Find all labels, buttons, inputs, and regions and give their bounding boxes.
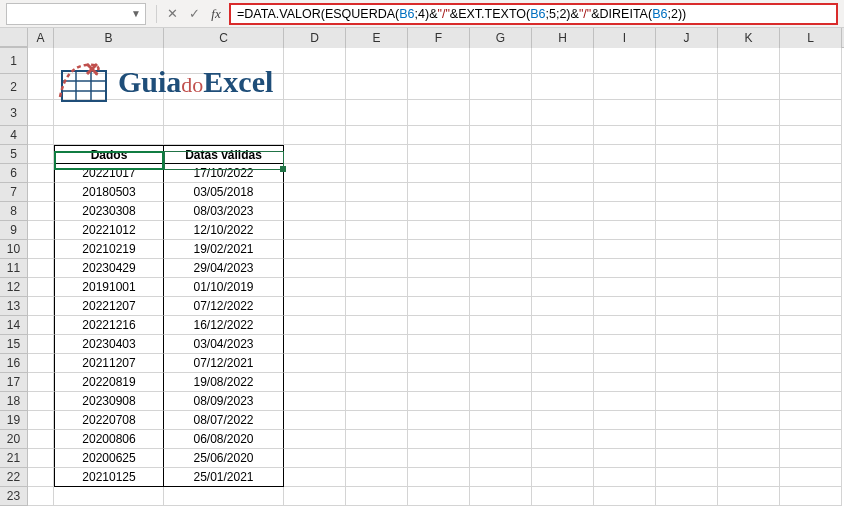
cell[interactable]: [284, 221, 346, 240]
cell[interactable]: [718, 202, 780, 221]
cell[interactable]: [780, 449, 842, 468]
cell[interactable]: [532, 183, 594, 202]
cell[interactable]: [28, 316, 54, 335]
cell[interactable]: [346, 373, 408, 392]
cell[interactable]: [594, 240, 656, 259]
cell[interactable]: [718, 221, 780, 240]
row-header[interactable]: 8: [0, 202, 28, 221]
cell[interactable]: [718, 430, 780, 449]
cell[interactable]: 01/10/2019: [164, 278, 284, 297]
cell[interactable]: 20200806: [54, 430, 164, 449]
cell[interactable]: [28, 74, 54, 100]
cell[interactable]: [718, 240, 780, 259]
cell[interactable]: 20230908: [54, 392, 164, 411]
cell[interactable]: [594, 354, 656, 373]
cell[interactable]: [780, 487, 842, 506]
cell[interactable]: [656, 259, 718, 278]
fx-button[interactable]: fx: [205, 3, 227, 25]
cell[interactable]: 20210125: [54, 468, 164, 487]
cell[interactable]: 06/08/2020: [164, 430, 284, 449]
cell[interactable]: [408, 126, 470, 145]
cell[interactable]: [532, 316, 594, 335]
cell[interactable]: [284, 487, 346, 506]
cell[interactable]: 17/10/2022: [164, 164, 284, 183]
row-header[interactable]: 21: [0, 449, 28, 468]
cell[interactable]: [656, 145, 718, 164]
cell[interactable]: [594, 297, 656, 316]
cell[interactable]: [284, 373, 346, 392]
cell[interactable]: [718, 278, 780, 297]
cell[interactable]: [780, 278, 842, 297]
cell[interactable]: [780, 202, 842, 221]
cell[interactable]: [408, 449, 470, 468]
cell[interactable]: [470, 48, 532, 74]
cell[interactable]: [346, 392, 408, 411]
cell[interactable]: 08/03/2023: [164, 202, 284, 221]
cell[interactable]: [284, 259, 346, 278]
cell[interactable]: [780, 100, 842, 126]
cell[interactable]: 20180503: [54, 183, 164, 202]
cell[interactable]: [718, 297, 780, 316]
cell[interactable]: [408, 468, 470, 487]
cell[interactable]: [594, 430, 656, 449]
cell[interactable]: [532, 164, 594, 183]
cell[interactable]: 20210219: [54, 240, 164, 259]
cell[interactable]: 20211207: [54, 354, 164, 373]
cell[interactable]: [718, 259, 780, 278]
cell[interactable]: 12/10/2022: [164, 221, 284, 240]
cell[interactable]: [718, 164, 780, 183]
row-header[interactable]: 17: [0, 373, 28, 392]
cell[interactable]: [28, 354, 54, 373]
cell[interactable]: [346, 126, 408, 145]
cell[interactable]: 19/08/2022: [164, 373, 284, 392]
cell[interactable]: [28, 100, 54, 126]
cell[interactable]: [780, 164, 842, 183]
column-header-I[interactable]: I: [594, 28, 656, 48]
cell[interactable]: [28, 164, 54, 183]
cell[interactable]: [408, 278, 470, 297]
cell[interactable]: [470, 183, 532, 202]
cell[interactable]: [718, 354, 780, 373]
cell[interactable]: [594, 411, 656, 430]
cell[interactable]: [780, 74, 842, 100]
cell[interactable]: [164, 487, 284, 506]
cell[interactable]: [470, 145, 532, 164]
cell[interactable]: [718, 392, 780, 411]
cell[interactable]: [718, 74, 780, 100]
cell[interactable]: Dados: [54, 145, 164, 164]
cell[interactable]: 20191001: [54, 278, 164, 297]
row-header[interactable]: 22: [0, 468, 28, 487]
cell[interactable]: [718, 411, 780, 430]
column-header-L[interactable]: L: [780, 28, 842, 48]
cell[interactable]: [780, 183, 842, 202]
cell[interactable]: [532, 126, 594, 145]
cell[interactable]: [28, 449, 54, 468]
select-all-corner[interactable]: [0, 28, 28, 47]
cell[interactable]: [346, 164, 408, 183]
cell[interactable]: [532, 240, 594, 259]
cell[interactable]: [346, 240, 408, 259]
row-header[interactable]: 2: [0, 74, 28, 100]
cell[interactable]: [284, 240, 346, 259]
cell[interactable]: 20230429: [54, 259, 164, 278]
cell[interactable]: [780, 221, 842, 240]
cell[interactable]: [532, 392, 594, 411]
cell[interactable]: [470, 202, 532, 221]
cell[interactable]: [780, 468, 842, 487]
cell[interactable]: [284, 126, 346, 145]
cell[interactable]: [408, 335, 470, 354]
cell[interactable]: [284, 411, 346, 430]
cell[interactable]: [532, 487, 594, 506]
cell[interactable]: [346, 354, 408, 373]
cell[interactable]: 08/09/2023: [164, 392, 284, 411]
cell[interactable]: [408, 74, 470, 100]
cell[interactable]: [470, 411, 532, 430]
cell[interactable]: 20221207: [54, 297, 164, 316]
cell[interactable]: [594, 259, 656, 278]
row-header[interactable]: 3: [0, 100, 28, 126]
cell[interactable]: 19/02/2021: [164, 240, 284, 259]
cell[interactable]: [656, 449, 718, 468]
cell[interactable]: [470, 316, 532, 335]
cell[interactable]: [532, 48, 594, 74]
cell[interactable]: [28, 259, 54, 278]
